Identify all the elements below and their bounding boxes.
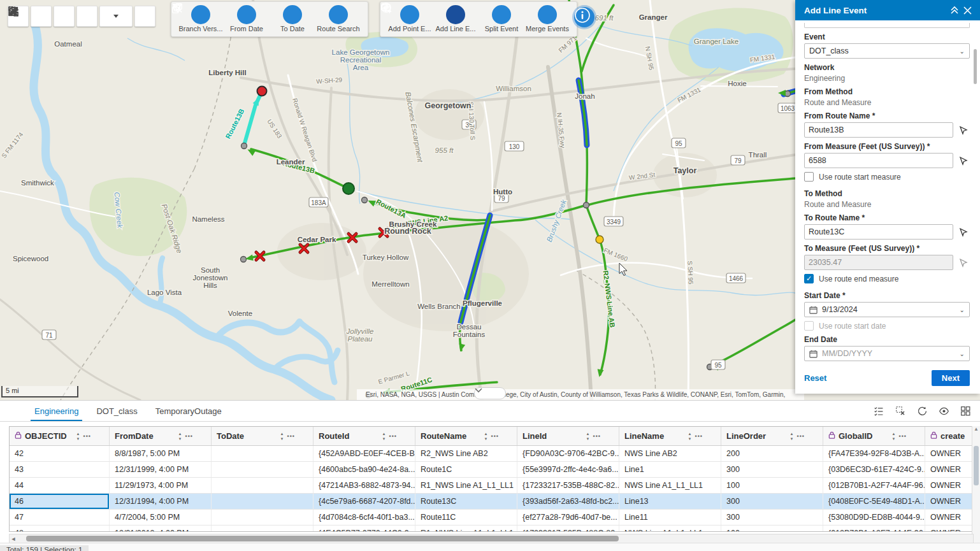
route-point-marker[interactable] [343,183,354,194]
table-cell[interactable]: {FD90A03C-9706-42BC-9... [517,446,619,461]
column-header-routeid[interactable]: RouteId▲▼••• [313,427,415,445]
table-row[interactable]: 4612/31/1994, 4:00 PM{4c5e79a6-6687-4207… [10,494,973,510]
route-node-marker[interactable] [241,257,247,262]
merge-events-button[interactable]: Merge Events [524,4,570,32]
table-cell[interactable]: 42 [10,446,110,461]
use-route-end-measure-checkbox[interactable]: ✓ Use route end measure [804,274,970,283]
table-row[interactable]: 4411/29/1973, 4:00 PM{47214AB3-6882-4873… [10,478,973,494]
table-cell[interactable]: OWNER [925,510,973,525]
table-cell[interactable]: 46 [10,494,110,509]
table-row[interactable]: 428/8/1987, 5:00 PM{452A9ABD-E0EF-4CEB-B… [10,446,973,462]
layers-tool-button[interactable] [31,6,52,27]
table-cell[interactable]: {47214AB3-6882-4873-94... [313,478,415,493]
table-cell[interactable]: {FA47E394-92F8-4D3B-A... [823,446,925,461]
start-date-picker[interactable]: 9/13/2024 ⌄ [804,302,970,317]
table-cell[interactable]: 4/7/2004, 5:00 PM [110,510,212,525]
table-cell[interactable]: {4600abc5-ba90-4e24-8a... [313,462,415,477]
split-event-button[interactable]: Split Event [479,4,524,32]
route-node-marker[interactable] [584,203,589,208]
table-options-button[interactable] [957,403,974,419]
table-cell[interactable]: {17233217-535B-488C-82... [517,478,619,493]
table-cell[interactable] [212,494,313,509]
table-cell[interactable]: NWS Line AB2 [619,446,721,461]
table-cell[interactable]: 300 [721,494,823,509]
route-node-marker[interactable] [241,143,247,149]
add-line-e-button[interactable]: Add Line E... [433,4,479,32]
column-header-create[interactable]: create▲▼••• [925,427,973,445]
table-cell[interactable]: Route11C [415,510,517,525]
end-date-picker[interactable]: MM/DD/YYYY ⌄ [804,346,970,361]
table-horizontal-scrollbar[interactable]: ◄ [9,534,974,543]
column-menu-icon[interactable]: ••• [185,433,193,440]
scroll-up-arrow-icon[interactable]: ▲ [974,426,979,432]
table-cell[interactable]: 43 [10,462,110,477]
route-search-button[interactable]: Route Search [315,4,361,32]
route-node-marker[interactable] [362,197,368,203]
table-cell[interactable]: {452A9ABD-E0EF-4CEB-B... [313,446,415,461]
table-cell[interactable]: 12/31/1999, 4:00 PM [110,462,212,477]
table-row[interactable]: 474/7/2004, 5:00 PM{4d7084c8-6cf4-40f1-b… [10,510,973,526]
to-date-button[interactable]: To Date [270,4,315,32]
sort-icon[interactable]: ▲▼ [586,431,590,441]
panel-scrollbar[interactable] [974,49,977,84]
table-cell[interactable]: {53080D9D-ED8B-4044-9... [823,510,925,525]
table-cell[interactable]: 47 [10,510,110,525]
table-cell[interactable]: 48 [10,526,110,531]
branch-vers-button[interactable]: Branch Vers... [178,4,224,32]
table-cell[interactable]: R2_NWS Line AB2 [415,446,517,461]
basemap-tool-button[interactable] [54,6,75,27]
table-cell[interactable]: {03D6EC3D-61E7-424C-9... [823,462,925,477]
column-menu-icon[interactable]: ••• [389,433,397,440]
info-button[interactable] [574,7,594,27]
sort-icon[interactable]: ▲▼ [382,431,386,441]
use-route-start-measure-checkbox[interactable]: Use route start measure [804,172,970,182]
to-route-name-input[interactable] [804,224,953,240]
column-header-todate[interactable]: ToDate▲▼••• [212,427,313,445]
collapse-panel-icon[interactable] [948,4,961,17]
column-header-fromdate[interactable]: FromDate▲▼••• [110,427,212,445]
table-cell[interactable]: {0408E0FC-5E49-48D1-A... [823,494,925,509]
table-cell[interactable]: {ef277a28-79d6-40d7-be... [517,510,619,525]
tab-temporaryoutage[interactable]: TemporaryOutage [147,401,231,421]
table-cell[interactable] [212,462,313,477]
clear-selection-tool-button[interactable] [134,6,155,27]
table-cell[interactable]: {012B70B1-A2F7-4A4F-96... [823,478,925,493]
pick-to-route-on-map-button[interactable] [957,225,970,238]
sort-icon[interactable]: ▲▼ [76,431,80,441]
reset-link[interactable]: Reset [804,373,826,383]
yellow-point-marker[interactable] [596,236,603,243]
table-cell[interactable]: NWS Line A1_L1_LL1 [619,478,721,493]
table-cell[interactable]: 12/31/1994, 4:00 PM [110,494,212,509]
event-select[interactable]: DOT_class ⌄ [804,43,970,59]
sort-icon[interactable]: ▲▼ [280,431,284,441]
table-cell[interactable]: OWNER [925,462,973,477]
from-measure-input[interactable] [804,153,953,168]
table-cell[interactable]: 300 [721,510,823,525]
table-cell[interactable]: {4d7084c8-6cf4-40f1-ba3... [313,510,415,525]
column-menu-icon[interactable]: ••• [695,433,703,440]
table-cell[interactable]: Route13C [415,494,517,509]
column-header-linename[interactable]: LineName▲▼••• [619,427,721,445]
table-cell[interactable]: OWNER [925,478,973,493]
pick-from-route-on-map-button[interactable] [957,124,970,136]
table-cell[interactable]: 8/8/1987, 5:00 PM [110,446,212,461]
column-header-lineid[interactable]: LineId▲▼••• [517,427,619,445]
table-cell[interactable]: {55e3997d-2ffc-4e4c-9a6... [517,462,619,477]
sort-icon[interactable]: ▲▼ [790,431,794,441]
table-cell[interactable]: OWNER [925,526,973,531]
table-cell[interactable] [212,446,313,461]
pick-from-measure-on-map-button[interactable] [957,154,970,167]
add-point-e-button[interactable]: Add Point E... [387,4,433,32]
column-header-lineorder[interactable]: LineOrder▲▼••• [721,427,823,445]
refresh-table-button[interactable] [914,403,930,419]
tab-engineering[interactable]: Engineering [25,401,87,421]
table-cell[interactable]: NWS Line A1_L1_LL1 [619,526,721,531]
sort-icon[interactable]: ▲▼ [688,431,692,441]
table-cell[interactable]: 100 [721,526,823,531]
table-cell[interactable] [212,510,313,525]
sort-icon[interactable]: ▲▼ [484,431,488,441]
scroll-left-arrow-icon[interactable]: ◄ [10,536,17,542]
table-cell[interactable]: Line1 [619,462,721,477]
attribution-toggle-button[interactable] [474,387,506,399]
show-hide-columns-button[interactable] [935,403,952,419]
